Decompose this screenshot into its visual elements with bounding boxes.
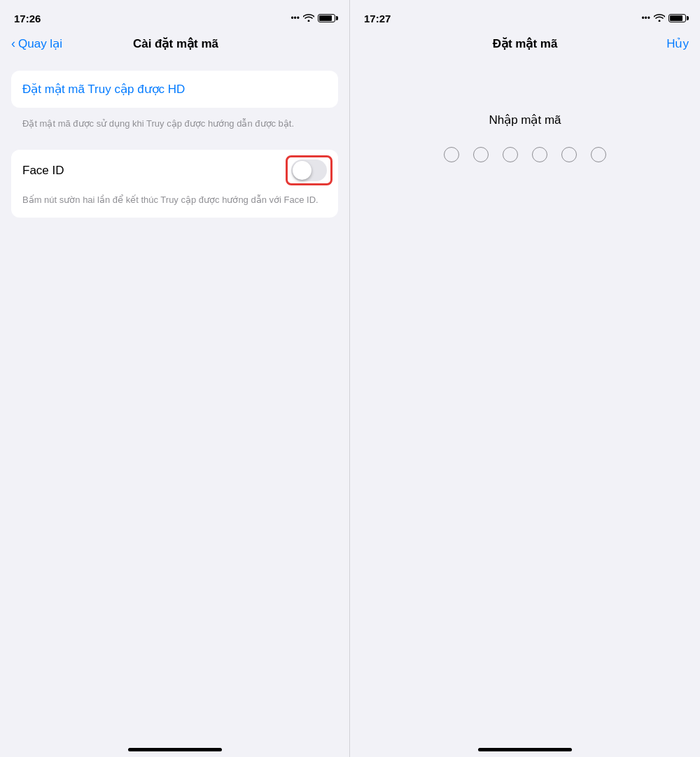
passcode-dot-1 xyxy=(444,147,459,162)
status-icons-right: ••• xyxy=(641,13,686,24)
passcode-label: Nhập mật mã xyxy=(489,113,561,127)
battery-icon-right xyxy=(668,14,686,22)
nav-title-right: Đặt mật mã xyxy=(389,36,661,51)
passcode-dot-2 xyxy=(473,147,489,162)
right-phone: 17:27 ••• Đặt mật mã Hủy Nhập mật mã xyxy=(350,0,700,757)
wifi-icon-right xyxy=(654,13,665,24)
passcode-dots xyxy=(444,147,606,162)
chevron-left-icon: ‹ xyxy=(11,36,15,51)
wifi-icon-left xyxy=(303,13,314,24)
status-bar-right: 17:27 ••• xyxy=(350,0,700,31)
status-icons-left: ••• xyxy=(290,13,335,24)
nav-bar-left: ‹ Quay lại Cài đặt mật mã xyxy=(0,31,349,57)
toggle-knob xyxy=(293,161,312,180)
home-indicator-left xyxy=(128,748,222,751)
time-left: 17:26 xyxy=(14,13,41,24)
face-id-toggle[interactable] xyxy=(291,160,327,181)
passcode-dot-3 xyxy=(503,147,518,162)
passcode-dot-5 xyxy=(561,147,577,162)
nav-title-left: Cài đặt mật mã xyxy=(133,36,218,51)
passcode-dot-4 xyxy=(532,147,547,162)
access-description: Đặt mật mã được sử dụng khi Truy cập đượ… xyxy=(11,113,338,139)
cancel-button[interactable]: Hủy xyxy=(661,36,689,51)
signal-icon-left: ••• xyxy=(290,13,300,23)
back-label[interactable]: Quay lại xyxy=(18,36,62,51)
left-phone: 17:26 ••• ‹ Quay lại Cài đặt mật mã xyxy=(0,0,350,757)
access-button[interactable]: Đặt mật mã Truy cập được HD xyxy=(11,71,338,108)
home-indicator-right xyxy=(478,748,572,751)
back-button[interactable]: ‹ Quay lại xyxy=(11,36,62,51)
time-right: 17:27 xyxy=(364,13,391,24)
face-id-row: Face ID xyxy=(11,150,338,191)
passcode-dot-6 xyxy=(591,147,606,162)
toggle-wrapper xyxy=(291,160,327,181)
face-id-label: Face ID xyxy=(22,164,64,178)
face-id-card: Face ID Bấm nút sườn hai lần để kết thúc… xyxy=(11,150,338,218)
access-button-label: Đặt mật mã Truy cập được HD xyxy=(22,82,185,97)
status-bar-left: 17:26 ••• xyxy=(0,0,349,31)
signal-icon-right: ••• xyxy=(641,13,650,23)
face-id-hint: Bấm nút sườn hai lần để kết thúc Truy cậ… xyxy=(11,191,338,218)
right-content: Nhập mật mã xyxy=(350,57,700,748)
access-card: Đặt mật mã Truy cập được HD xyxy=(11,71,338,108)
nav-bar-right: Đặt mật mã Hủy xyxy=(350,31,700,57)
battery-icon-left xyxy=(318,14,335,22)
left-content: Đặt mật mã Truy cập được HD Đặt mật mã đ… xyxy=(0,57,349,748)
